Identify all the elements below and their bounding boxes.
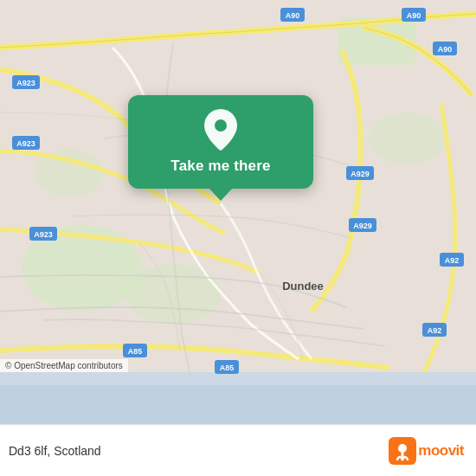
svg-text:A90: A90	[407, 11, 421, 20]
attribution-text: © OpenStreetMap contributors	[5, 361, 123, 370]
svg-text:A92: A92	[445, 256, 460, 265]
svg-text:A92: A92	[428, 326, 442, 335]
pin-icon-wrapper	[202, 111, 240, 149]
map-container: A90 A90 A90 A923 A923 A923 A929 A929 A92…	[0, 0, 476, 424]
popup-label: Take me there	[170, 158, 270, 175]
bottom-bar: Dd3 6lf, Scotland moovit	[0, 424, 476, 476]
moovit-text: moovit	[418, 442, 464, 460]
svg-rect-7	[0, 385, 476, 424]
svg-text:A90: A90	[286, 11, 300, 20]
svg-point-33	[215, 119, 227, 132]
svg-text:A929: A929	[351, 170, 370, 178]
moovit-logo-icon	[389, 437, 416, 465]
svg-text:A929: A929	[353, 222, 372, 230]
svg-point-4	[368, 113, 446, 164]
moovit-logo: moovit	[389, 437, 464, 465]
svg-text:A923: A923	[34, 230, 53, 239]
popup-card[interactable]: Take me there	[128, 95, 313, 189]
osm-attribution: © OpenStreetMap contributors	[0, 359, 128, 372]
svg-text:A923: A923	[16, 139, 35, 148]
svg-text:A90: A90	[438, 45, 453, 54]
address-text: Dd3 6lf, Scotland	[9, 444, 101, 458]
pin-icon	[204, 109, 237, 151]
svg-text:A85: A85	[220, 363, 235, 372]
svg-text:A923: A923	[16, 79, 35, 87]
svg-text:Dundee: Dundee	[282, 280, 324, 293]
svg-text:A85: A85	[128, 347, 143, 356]
